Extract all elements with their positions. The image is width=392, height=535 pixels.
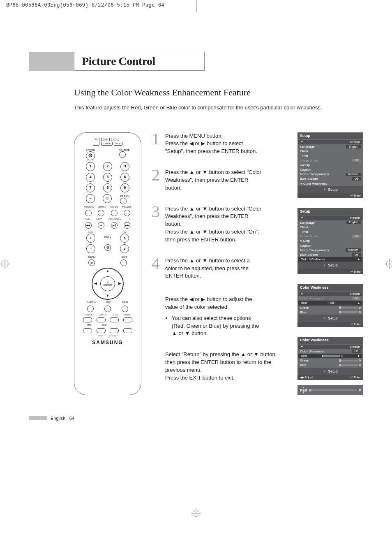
section-title: Using the Color Weakness Enhancement Fea… (74, 87, 363, 98)
osd-color-weakness-1: Color WeaknessReturnColor WeaknessOffRed… (297, 284, 363, 327)
intro-text: This feature adjusts the Red, Green or B… (74, 104, 363, 112)
osd-setup-1: SetupReturnLanguageEnglishClockTimerGame… (297, 132, 363, 199)
page-footer: English - 64 (29, 416, 363, 421)
steps-column: 1Press the MENU button.Press the ◀ or ▶ … (152, 132, 287, 396)
step-3: 3Press the ▲ or ▼ button to select "Colo… (152, 205, 287, 244)
osd-column: SetupReturnLanguageEnglishClockTimerGame… (297, 132, 363, 396)
footer-note: Select "Return" by pressing the ▲ or ▼ b… (165, 351, 287, 382)
osd-color-weakness-2: Color WeaknessReturnColor WeaknessOnRed0… (297, 337, 363, 380)
crop-header: BP68-00588A-03Eng(056~069) 8/22/06 5:15 … (0, 0, 392, 11)
step-2: 2Press the ▲ or ▼ button to select "Colo… (152, 169, 287, 192)
osd-setup-2: SetupReturnLanguageEnglishClockTimerGame… (297, 208, 363, 274)
remote-illustration: TV DVDSTB CABLEVCR POWER⏻ SOURCE 123 456… (74, 132, 141, 396)
red-adjust-bar: ▲Red▼ 0 (297, 385, 363, 395)
chapter-title-bar: Picture Control (29, 52, 363, 71)
chapter-title: Picture Control (82, 55, 155, 67)
step-4: 4Press the ▲ or ▼ button to select a col… (152, 257, 287, 338)
step-1: 1Press the MENU button.Press the ◀ or ▶ … (152, 132, 287, 156)
